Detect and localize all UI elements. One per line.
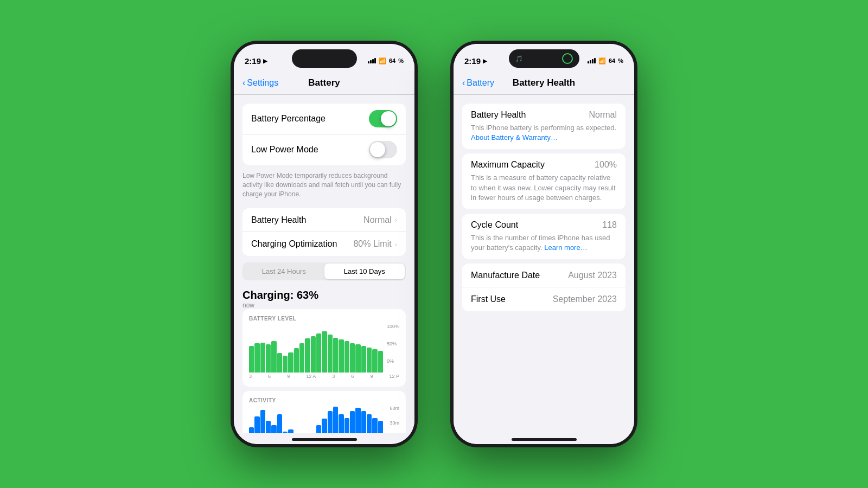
act-bar-5 [271,425,276,433]
charging-opt-value: 80% Limit › [353,239,397,249]
battery-health-section: Battery Health Normal This iPhone batter… [462,104,626,149]
cc-value: 118 [602,220,617,230]
activity-chart-section: ACTIVITY [242,391,406,433]
nav-title-1: Battery [308,78,340,88]
act-bar-4 [266,421,271,433]
act-bar-19 [350,411,355,433]
back-chevron-2: ‹ [462,78,465,88]
dates-section: Manufacture Date August 2023 First Use S… [462,264,626,311]
battery-chart-label: BATTERY LEVEL [249,316,399,322]
chevron-opt: › [395,240,397,248]
x-9pm: 9 [370,374,373,379]
content-1[interactable]: Battery Percentage Low Power Mode Low Po… [234,95,414,433]
nav-bar-2: ‹ Battery Battery Health [454,71,634,95]
y-label-0: 0% [387,358,399,364]
signal-bar-3 [372,59,374,63]
home-indicator-2 [454,433,634,444]
dynamic-island-2: 🎵 [509,49,579,68]
back-button-1[interactable]: ‹ Settings [242,78,278,88]
x-6pm: 6 [351,374,354,379]
sb-4 [594,58,596,63]
back-label-2[interactable]: Battery [467,78,494,88]
mc-title: Maximum Capacity [471,160,545,170]
bar-20 [355,344,360,373]
health-section: Battery Health Normal › Charging Optimiz… [242,208,406,256]
y-labels-activity: 60m 30m 0m [390,406,399,433]
home-bar-1 [292,438,357,441]
act-bar-16 [333,407,338,433]
act-bar-13 [316,425,321,433]
home-indicator-1 [234,433,414,444]
bar-9 [294,348,299,373]
chevron-health: › [395,216,397,224]
battery-percentage-label: Battery Percentage [251,114,326,124]
charging-title: Charging: 63% [242,289,406,301]
battery-bars [249,324,399,373]
charging-opt-row[interactable]: Charging Optimization 80% Limit › [242,232,406,256]
home-bar-2 [512,438,577,441]
status-icons-2: 📶 64% [588,57,623,65]
bh-title: Battery Health [471,110,526,120]
battery-health-value: Normal › [363,215,397,225]
back-button-2[interactable]: ‹ Battery [462,78,494,88]
battery-health-row[interactable]: Battery Health Normal › [242,208,406,232]
tab-last-24h[interactable]: Last 24 Hours [244,264,324,279]
act-bar-15 [328,411,333,433]
cycle-count-row: Cycle Count 118 This is the number of ti… [462,214,626,259]
time-2: 2:19 [464,56,481,66]
act-bar-3 [260,410,265,433]
act-bar-20 [355,408,360,433]
bar-24 [378,351,383,373]
bar-12 [311,336,316,373]
battery-label-1: 64 [389,57,395,64]
activity-chart-label: ACTIVITY [249,397,399,403]
y-labels-battery: 100% 50% 0% [387,324,399,364]
bh-desc: This iPhone battery is performing as exp… [471,123,617,143]
wifi-icon-2: 📶 [598,57,606,65]
location-icon-2: ▶ [483,58,487,64]
x-3am: 3 [249,374,252,379]
activity-bars [249,406,399,433]
time-1: 2:19 [245,56,261,66]
low-power-toggle[interactable] [369,141,397,158]
location-icon-1: ▶ [263,58,267,64]
act-bar-23 [372,418,377,433]
y-label-50: 50% [387,341,399,346]
battery-label-2: 64 [609,57,615,64]
back-label-1[interactable]: Settings [247,78,278,88]
nav-title-2: Battery Health [513,78,575,88]
bar-18 [344,341,349,373]
x-12a: 12 A [306,374,316,379]
status-icons-1: 📶 64% [368,57,404,65]
phones-container: 2:19 ▶ 📶 64% ‹ [231,41,637,447]
status-bar-1: 2:19 ▶ 📶 64% [234,44,414,71]
act-bar-17 [339,414,343,433]
first-use-value: September 2023 [553,294,617,304]
content-2[interactable]: Battery Health Normal This iPhone batter… [454,95,634,433]
max-capacity-section: Maximum Capacity 100% This is a measure … [462,153,626,209]
bh-link[interactable]: About Battery & Warranty… [471,133,558,142]
sb-1 [588,61,589,63]
act-bar-2 [254,416,259,433]
cc-link[interactable]: Learn more… [544,243,587,252]
battery-percentage-row: Battery Percentage [242,104,406,134]
act-bar-8 [288,429,293,433]
bar-6 [277,353,282,373]
signal-bars-2 [588,58,596,63]
x-labels-battery: 3 6 9 12 A 3 6 9 12 P [249,373,399,380]
mfg-date-value: August 2023 [568,271,617,280]
signal-bar-1 [368,61,369,63]
y-60m: 60m [390,406,399,411]
signal-bars-1 [368,58,376,63]
battery-percentage-toggle[interactable] [369,110,397,127]
low-power-label: Low Power Mode [251,145,318,155]
dynamic-island-1 [292,49,357,68]
first-use-row: First Use September 2023 [462,287,626,311]
tab-last-10d[interactable]: Last 10 Days [324,264,405,279]
bar-14 [322,331,327,373]
manufacture-date-row: Manufacture Date August 2023 [462,264,626,287]
toggles-section: Battery Percentage Low Power Mode [242,104,406,165]
battery-health-info-row: Battery Health Normal This iPhone batter… [462,104,626,149]
battery-health-header: Battery Health Normal [471,110,617,120]
status-time-2: 2:19 ▶ [464,56,487,66]
